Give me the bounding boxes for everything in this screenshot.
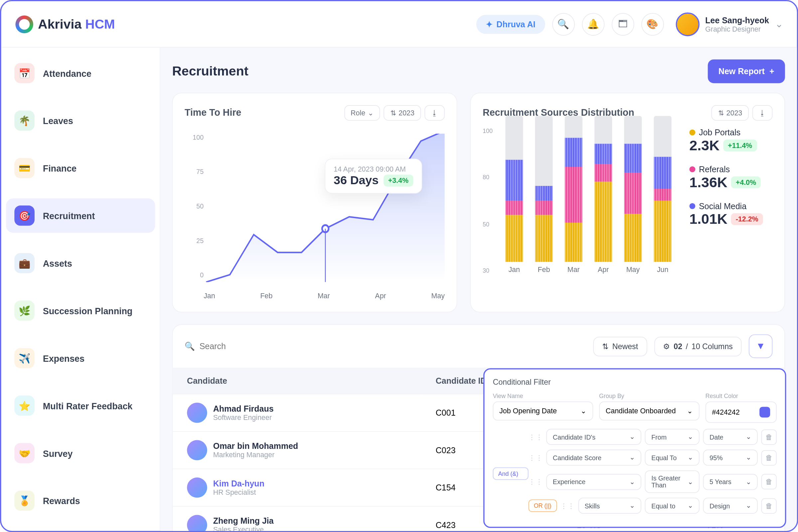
rule-operator-select[interactable]: Equal To⌄ [645,450,700,466]
search-icon[interactable]: 🔍 [552,13,574,35]
legend-dot [690,166,696,172]
search-input[interactable]: 🔍 [185,341,586,351]
drag-handle-icon[interactable]: ⋮⋮ [560,501,574,510]
sidebar-icon: 🌴 [14,110,35,131]
download-icon: ⭳ [759,109,766,117]
search-icon: 🔍 [185,341,194,351]
chevron-down-icon: ⌄ [629,454,635,461]
rule-value-select[interactable]: 5 Years⌄ [703,474,758,490]
chevron-down-icon: ⌄ [746,433,751,440]
download-button[interactable]: ⭳ [424,105,445,120]
rule-operator-select[interactable]: Equal to⌄ [645,498,700,514]
logo-icon [15,15,33,33]
candidate-name: Omar bin Mohammed [213,441,298,451]
trash-icon: 🗑 [765,501,773,510]
delete-rule-button[interactable]: 🗑 [761,498,777,513]
sliders-icon: ⚙ [663,342,670,351]
sidebar-item-finance[interactable]: 💳Finance [6,151,155,186]
drag-handle-icon[interactable]: ⋮⋮ [529,433,543,441]
chevron-down-icon: ⌄ [687,407,693,415]
chevron-down-icon: ⌄ [746,478,751,486]
candidate-name: Zheng Ming Jia [213,516,274,526]
role-dropdown[interactable]: Role⌄ [344,105,380,120]
candidate-name: Kim Da-hyun [213,479,264,489]
rule-value-select[interactable]: Date⌄ [703,429,758,444]
drag-handle-icon[interactable]: ⋮⋮ [529,454,543,462]
legend-item: Social Media1.01K-12.2% [690,201,773,227]
theme-icon[interactable]: 🎨 [641,13,664,35]
view-name-select[interactable]: Job Opening Date⌄ [493,401,593,420]
chevron-down-icon: ⌄ [688,478,693,486]
delete-rule-button[interactable]: 🗑 [761,450,777,465]
rule-operator-select[interactable]: From⌄ [645,429,700,444]
rule-field-select[interactable]: Experience⌄ [546,474,641,490]
legend-dot [690,129,696,135]
sort-icon: ⇅ [602,342,609,351]
year-dropdown[interactable]: ⇅2023 [711,105,749,120]
sort-icon: ⇅ [391,109,396,117]
user-menu[interactable]: Lee Sang-hyeok Graphic Designer ⌄ [676,12,783,36]
sidebar-label: Assets [43,258,72,268]
group-by-select[interactable]: Candidate Onboarded⌄ [599,401,700,420]
sidebar-item-assets[interactable]: 💼Assets [6,246,155,280]
chevron-down-icon: ⌄ [746,454,751,461]
conditional-filter-panel: Conditional Filter View NameJob Opening … [483,368,786,528]
new-report-button[interactable]: New Report+ [708,59,785,83]
chevron-down-icon: ⌄ [688,433,693,440]
delete-rule-button[interactable]: 🗑 [761,474,777,489]
time-to-hire-chart: 1007550250 14 Apr, 2023 09:00 AM [185,128,444,300]
download-icon: ⭳ [431,109,438,117]
rule-field-select[interactable]: Candidate Score⌄ [546,450,641,466]
filter-button[interactable]: ▼ [749,335,773,358]
sidebar-item-multi-rater-feedback[interactable]: ⭐Multi Rater Feedback [6,388,155,423]
sidebar-item-recruitment[interactable]: 🎯Recruitment [6,198,155,233]
ai-button[interactable]: ✦Dhruva AI [476,15,545,34]
sidebar-icon: 💼 [14,253,35,273]
column-header[interactable]: Candidate [173,368,422,394]
candidate-role: Sales Executive [213,526,274,531]
plus-icon: + [770,66,774,76]
sidebar-item-succession-planning[interactable]: 🌿Succession Planning [6,293,155,328]
user-role: Graphic Designer [705,25,769,33]
chart-tooltip: 14 Apr, 2023 09:00 AM 36 Days+3.4% [325,158,422,193]
result-color-input[interactable]: #424242 [706,401,777,423]
rule-field-select[interactable]: Skills⌄ [578,498,641,514]
translate-icon[interactable]: 🗔 [611,13,634,35]
sidebar-item-leaves[interactable]: 🌴Leaves [6,103,155,138]
columns-button[interactable]: ⚙02/ 10 Columns [654,337,741,356]
year-dropdown[interactable]: ⇅2023 [384,105,421,120]
chevron-down-icon: ⌄ [368,109,374,117]
chevron-down-icon: ⌄ [775,18,783,30]
sidebar-icon: 🤝 [14,443,35,463]
sparkle-icon: ✦ [486,19,493,29]
rule-operator-select[interactable]: Is Greater Than⌄ [645,471,700,493]
chevron-down-icon: ⌄ [629,433,635,440]
rule-value-select[interactable]: 95%⌄ [703,450,758,466]
rule-value-select[interactable]: Design⌄ [703,498,758,514]
sidebar-label: Recruitment [43,210,95,221]
sidebar-item-attendance[interactable]: 📅Attendance [6,56,155,91]
sources-card: Recruitment Sources Distribution ⇅2023 ⭳… [471,93,785,312]
sidebar-label: Finance [43,163,76,173]
trash-icon: 🗑 [765,477,773,486]
sidebar: 📅Attendance🌴Leaves💳Finance🎯Recruitment💼A… [1,48,160,531]
legend-item: Referals1.36K+4.0% [690,165,773,191]
or-operator[interactable]: OR (||) [529,499,557,512]
avatar [187,477,208,498]
sidebar-icon: 📅 [14,63,35,83]
sidebar-item-survey[interactable]: 🤝Survey [6,436,155,471]
rule-field-select[interactable]: Candidate ID's⌄ [546,429,641,444]
and-operator[interactable]: And (&) [493,468,528,480]
trash-icon: 🗑 [765,454,773,462]
sort-icon: ⇅ [718,109,724,117]
download-button[interactable]: ⭳ [753,105,773,120]
sidebar-item-expenses[interactable]: ✈️Expenses [6,341,155,375]
delete-rule-button[interactable]: 🗑 [761,429,777,444]
bell-icon[interactable]: 🔔 [582,13,605,35]
sidebar-item-rewards[interactable]: 🏅Rewards [6,483,155,518]
sidebar-label: Rewards [43,495,80,506]
page-title: Recruitment [172,63,248,79]
drag-handle-icon[interactable]: ⋮⋮ [529,477,543,486]
sidebar-label: Leaves [43,115,73,125]
sort-button[interactable]: ⇅Newest [593,337,647,356]
